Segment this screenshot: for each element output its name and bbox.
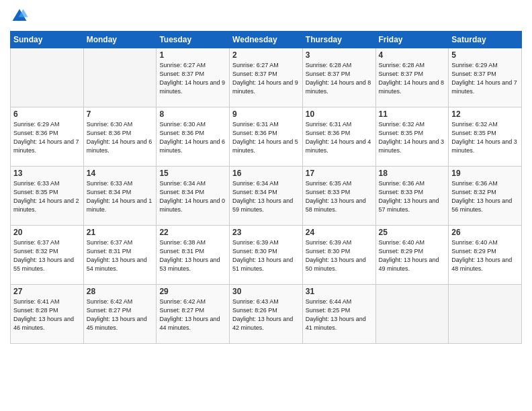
- calendar-cell: 29Sunrise: 6:42 AM Sunset: 8:27 PM Dayli…: [157, 285, 230, 344]
- calendar-cell: 17Sunrise: 6:35 AM Sunset: 8:33 PM Dayli…: [302, 167, 375, 226]
- day-number: 18: [379, 169, 446, 178]
- calendar-cell: 23Sunrise: 6:39 AM Sunset: 8:30 PM Dayli…: [230, 226, 303, 285]
- page-container: SundayMondayTuesdayWednesdayThursdayFrid…: [0, 0, 532, 351]
- day-info: Sunrise: 6:34 AM Sunset: 8:34 PM Dayligh…: [159, 179, 226, 214]
- day-info: Sunrise: 6:37 AM Sunset: 8:31 PM Dayligh…: [87, 238, 154, 273]
- day-info: Sunrise: 6:36 AM Sunset: 8:33 PM Dayligh…: [379, 179, 446, 214]
- day-info: Sunrise: 6:27 AM Sunset: 8:37 PM Dayligh…: [232, 61, 300, 96]
- day-number: 27: [13, 287, 81, 296]
- day-info: Sunrise: 6:36 AM Sunset: 8:32 PM Dayligh…: [451, 179, 519, 214]
- week-row-4: 20Sunrise: 6:37 AM Sunset: 8:32 PM Dayli…: [11, 226, 522, 285]
- day-number: 25: [379, 228, 446, 237]
- calendar-cell: 21Sunrise: 6:37 AM Sunset: 8:31 PM Dayli…: [83, 226, 157, 285]
- logo: [10, 7, 32, 26]
- calendar-cell: 2Sunrise: 6:27 AM Sunset: 8:37 PM Daylig…: [230, 48, 303, 107]
- day-info: Sunrise: 6:37 AM Sunset: 8:32 PM Dayligh…: [13, 238, 81, 273]
- calendar-cell: [375, 285, 449, 344]
- header: [10, 7, 522, 26]
- calendar-cell: 26Sunrise: 6:40 AM Sunset: 8:29 PM Dayli…: [449, 226, 522, 285]
- day-number: 15: [159, 169, 226, 178]
- day-info: Sunrise: 6:42 AM Sunset: 8:27 PM Dayligh…: [87, 298, 154, 332]
- day-number: 13: [13, 169, 81, 178]
- day-info: Sunrise: 6:30 AM Sunset: 8:36 PM Dayligh…: [159, 120, 226, 155]
- calendar-cell: [11, 48, 84, 107]
- calendar-cell: 18Sunrise: 6:36 AM Sunset: 8:33 PM Dayli…: [375, 167, 449, 226]
- calendar-cell: 11Sunrise: 6:32 AM Sunset: 8:35 PM Dayli…: [375, 107, 449, 167]
- calendar-cell: 16Sunrise: 6:34 AM Sunset: 8:34 PM Dayli…: [230, 167, 303, 226]
- day-number: 21: [87, 228, 154, 237]
- day-number: 8: [159, 109, 226, 119]
- calendar-cell: [83, 48, 157, 107]
- day-info: Sunrise: 6:35 AM Sunset: 8:33 PM Dayligh…: [306, 179, 373, 214]
- day-info: Sunrise: 6:31 AM Sunset: 8:36 PM Dayligh…: [232, 120, 300, 155]
- day-number: 3: [306, 50, 373, 60]
- calendar-cell: 12Sunrise: 6:32 AM Sunset: 8:35 PM Dayli…: [449, 107, 522, 167]
- weekday-header-saturday: Saturday: [449, 32, 522, 48]
- calendar-cell: 22Sunrise: 6:38 AM Sunset: 8:31 PM Dayli…: [157, 226, 230, 285]
- day-number: 10: [306, 109, 373, 119]
- day-number: 9: [232, 109, 300, 119]
- day-number: 28: [87, 287, 154, 296]
- calendar-cell: 31Sunrise: 6:44 AM Sunset: 8:25 PM Dayli…: [302, 285, 375, 344]
- day-number: 30: [232, 287, 300, 296]
- calendar-cell: 13Sunrise: 6:33 AM Sunset: 8:35 PM Dayli…: [11, 167, 84, 226]
- day-info: Sunrise: 6:40 AM Sunset: 8:29 PM Dayligh…: [379, 238, 446, 273]
- day-number: 1: [159, 50, 226, 60]
- day-number: 2: [232, 50, 300, 60]
- calendar-cell: 7Sunrise: 6:30 AM Sunset: 8:36 PM Daylig…: [83, 107, 157, 167]
- day-number: 7: [87, 109, 154, 119]
- week-row-3: 13Sunrise: 6:33 AM Sunset: 8:35 PM Dayli…: [11, 167, 522, 226]
- day-info: Sunrise: 6:39 AM Sunset: 8:30 PM Dayligh…: [306, 238, 373, 273]
- calendar-cell: 5Sunrise: 6:29 AM Sunset: 8:37 PM Daylig…: [449, 48, 522, 107]
- day-number: 23: [232, 228, 300, 237]
- week-row-5: 27Sunrise: 6:41 AM Sunset: 8:28 PM Dayli…: [11, 285, 522, 344]
- calendar-cell: 4Sunrise: 6:28 AM Sunset: 8:37 PM Daylig…: [375, 48, 449, 107]
- calendar-cell: 6Sunrise: 6:29 AM Sunset: 8:36 PM Daylig…: [11, 107, 84, 167]
- calendar-cell: 28Sunrise: 6:42 AM Sunset: 8:27 PM Dayli…: [83, 285, 157, 344]
- day-number: 26: [451, 228, 519, 237]
- day-info: Sunrise: 6:43 AM Sunset: 8:26 PM Dayligh…: [232, 298, 300, 332]
- day-info: Sunrise: 6:29 AM Sunset: 8:37 PM Dayligh…: [451, 61, 519, 96]
- day-info: Sunrise: 6:44 AM Sunset: 8:25 PM Dayligh…: [306, 298, 373, 332]
- day-info: Sunrise: 6:28 AM Sunset: 8:37 PM Dayligh…: [379, 61, 446, 96]
- day-info: Sunrise: 6:32 AM Sunset: 8:35 PM Dayligh…: [379, 120, 446, 155]
- calendar-cell: 14Sunrise: 6:33 AM Sunset: 8:34 PM Dayli…: [83, 167, 157, 226]
- week-row-2: 6Sunrise: 6:29 AM Sunset: 8:36 PM Daylig…: [11, 107, 522, 167]
- weekday-header-sunday: Sunday: [11, 32, 84, 48]
- day-info: Sunrise: 6:33 AM Sunset: 8:34 PM Dayligh…: [87, 179, 154, 214]
- weekday-header-wednesday: Wednesday: [230, 32, 303, 48]
- day-number: 29: [159, 287, 226, 296]
- day-info: Sunrise: 6:31 AM Sunset: 8:36 PM Dayligh…: [306, 120, 373, 155]
- calendar-cell: 24Sunrise: 6:39 AM Sunset: 8:30 PM Dayli…: [302, 226, 375, 285]
- weekday-header-friday: Friday: [375, 32, 449, 48]
- week-row-1: 1Sunrise: 6:27 AM Sunset: 8:37 PM Daylig…: [11, 48, 522, 107]
- day-number: 16: [232, 169, 300, 178]
- calendar-cell: 19Sunrise: 6:36 AM Sunset: 8:32 PM Dayli…: [449, 167, 522, 226]
- calendar: SundayMondayTuesdayWednesdayThursdayFrid…: [10, 31, 522, 344]
- day-number: 24: [306, 228, 373, 237]
- day-info: Sunrise: 6:38 AM Sunset: 8:31 PM Dayligh…: [159, 238, 226, 273]
- weekday-header-monday: Monday: [83, 32, 157, 48]
- day-info: Sunrise: 6:32 AM Sunset: 8:35 PM Dayligh…: [451, 120, 519, 155]
- day-number: 6: [13, 109, 81, 119]
- calendar-cell: 8Sunrise: 6:30 AM Sunset: 8:36 PM Daylig…: [157, 107, 230, 167]
- weekday-header-tuesday: Tuesday: [157, 32, 230, 48]
- day-number: 14: [87, 169, 154, 178]
- day-number: 20: [13, 228, 81, 237]
- day-number: 31: [306, 287, 373, 296]
- calendar-cell: 1Sunrise: 6:27 AM Sunset: 8:37 PM Daylig…: [157, 48, 230, 107]
- calendar-cell: 30Sunrise: 6:43 AM Sunset: 8:26 PM Dayli…: [230, 285, 303, 344]
- day-number: 17: [306, 169, 373, 178]
- day-info: Sunrise: 6:39 AM Sunset: 8:30 PM Dayligh…: [232, 238, 300, 273]
- logo-icon: [10, 7, 29, 26]
- day-info: Sunrise: 6:30 AM Sunset: 8:36 PM Dayligh…: [87, 120, 154, 155]
- calendar-cell: 20Sunrise: 6:37 AM Sunset: 8:32 PM Dayli…: [11, 226, 84, 285]
- day-info: Sunrise: 6:34 AM Sunset: 8:34 PM Dayligh…: [232, 179, 300, 214]
- day-info: Sunrise: 6:33 AM Sunset: 8:35 PM Dayligh…: [13, 179, 81, 214]
- day-info: Sunrise: 6:42 AM Sunset: 8:27 PM Dayligh…: [159, 298, 226, 332]
- calendar-cell: [449, 285, 522, 344]
- calendar-cell: 9Sunrise: 6:31 AM Sunset: 8:36 PM Daylig…: [230, 107, 303, 167]
- day-info: Sunrise: 6:40 AM Sunset: 8:29 PM Dayligh…: [451, 238, 519, 273]
- day-number: 12: [451, 109, 519, 119]
- day-number: 5: [451, 50, 519, 60]
